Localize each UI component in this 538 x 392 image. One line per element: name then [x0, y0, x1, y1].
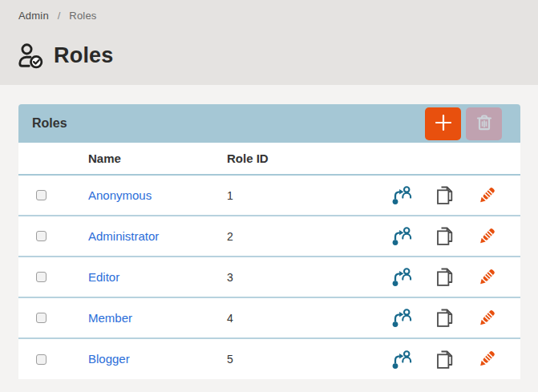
- role-id-value: 5: [227, 353, 391, 366]
- edit-role-button[interactable]: [477, 226, 496, 247]
- page-content: Roles: [0, 85, 538, 379]
- copy-icon: [435, 307, 455, 329]
- assign-users-button[interactable]: [391, 308, 412, 329]
- role-name-link[interactable]: Blogger: [88, 352, 130, 366]
- assign-users-icon: [391, 185, 412, 205]
- copy-icon: [435, 266, 455, 288]
- assign-users-button[interactable]: [391, 185, 412, 206]
- plus-icon: [434, 113, 453, 135]
- copy-role-button[interactable]: [435, 226, 455, 247]
- copy-role-button[interactable]: [435, 185, 455, 206]
- table-row: Member 4: [18, 298, 520, 339]
- panel-header: Roles: [18, 104, 520, 143]
- role-name-link[interactable]: Administrator: [88, 229, 159, 243]
- role-name-link[interactable]: Editor: [88, 270, 119, 284]
- row-checkbox[interactable]: [36, 272, 47, 282]
- role-id-value: 2: [227, 230, 391, 243]
- row-checkbox[interactable]: [36, 190, 47, 200]
- roles-panel: Roles: [18, 104, 520, 379]
- assign-users-icon: [391, 308, 412, 328]
- table-row: Blogger 5: [18, 339, 520, 379]
- role-id-value: 3: [227, 271, 391, 284]
- edit-pencil-icon: [477, 185, 496, 206]
- edit-pencil-icon: [477, 308, 496, 329]
- breadcrumb-item-admin[interactable]: Admin: [18, 10, 49, 22]
- delete-roles-button[interactable]: [466, 107, 502, 140]
- edit-pencil-icon: [477, 267, 496, 288]
- edit-role-button[interactable]: [477, 267, 496, 288]
- column-header-role-id: Role ID: [227, 152, 496, 165]
- panel-title: Roles: [32, 116, 425, 131]
- table-row: Administrator 2: [18, 216, 520, 257]
- trash-icon: [474, 112, 495, 135]
- user-check-icon: [16, 42, 47, 69]
- page-title: Roles: [54, 43, 114, 68]
- assign-users-button[interactable]: [391, 226, 412, 247]
- table-row: Editor 3: [18, 257, 520, 298]
- copy-role-button[interactable]: [435, 308, 455, 329]
- role-name-link[interactable]: Member: [88, 311, 132, 325]
- row-checkbox[interactable]: [36, 354, 47, 365]
- copy-icon: [435, 225, 455, 247]
- copy-icon: [435, 184, 455, 206]
- assign-users-button[interactable]: [391, 349, 412, 370]
- assign-users-icon: [391, 226, 412, 246]
- edit-role-button[interactable]: [477, 185, 496, 206]
- edit-pencil-icon: [477, 226, 496, 247]
- breadcrumb: Admin / Roles: [18, 10, 520, 22]
- role-name-link[interactable]: Anonymous: [88, 188, 152, 202]
- toolbar: [425, 107, 502, 140]
- assign-users-icon: [391, 267, 412, 287]
- table-row: Anonymous 1: [18, 176, 520, 216]
- page-header: Admin / Roles Roles: [0, 0, 538, 85]
- add-role-button[interactable]: [425, 107, 461, 140]
- role-id-value: 1: [227, 189, 391, 202]
- breadcrumb-separator: /: [58, 10, 61, 22]
- row-checkbox[interactable]: [36, 313, 47, 323]
- edit-pencil-icon: [477, 349, 496, 370]
- copy-role-button[interactable]: [435, 349, 455, 370]
- breadcrumb-item-roles: Roles: [69, 10, 96, 22]
- assign-users-button[interactable]: [391, 267, 412, 288]
- roles-table: Name Role ID Anonymous 1: [18, 143, 520, 379]
- row-checkbox[interactable]: [36, 231, 47, 241]
- table-body: Anonymous 1: [18, 176, 520, 379]
- copy-icon: [435, 349, 455, 370]
- edit-role-button[interactable]: [477, 308, 496, 329]
- table-header-row: Name Role ID: [18, 143, 520, 176]
- assign-users-icon: [391, 350, 412, 370]
- copy-role-button[interactable]: [435, 267, 455, 288]
- column-header-name: Name: [88, 152, 227, 165]
- role-id-value: 4: [227, 312, 391, 325]
- edit-role-button[interactable]: [477, 349, 496, 370]
